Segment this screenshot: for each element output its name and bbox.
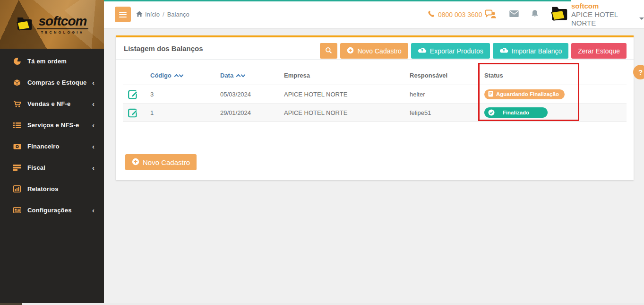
sidebar-item-ta-em-ordem[interactable]: Tá em ordem xyxy=(0,51,104,72)
logo-brand-text: softcom xyxy=(37,15,89,29)
import-balance-button[interactable]: Importar Balanço xyxy=(493,43,569,59)
softcom-folder-icon xyxy=(550,5,568,24)
cell-responsavel: felipe51 xyxy=(410,109,484,116)
table-body: 3 05/03/2024 APICE HOTEL NORTE helter Ag… xyxy=(123,85,627,122)
search-button[interactable] xyxy=(320,43,337,59)
bell-icon xyxy=(531,9,539,19)
chevron-left-icon: ‹ xyxy=(92,207,94,214)
chat-support-button[interactable] xyxy=(485,0,497,29)
home-icon xyxy=(136,11,143,18)
sidebar-item-configuracoes[interactable]: Configurações ‹ xyxy=(0,200,104,221)
sort-desc-icon[interactable] xyxy=(241,72,246,77)
bar-chart-icon xyxy=(13,185,21,193)
chat-user-icon xyxy=(485,9,497,20)
breadcrumb-separator: / xyxy=(163,11,164,18)
table-header-row: Código Data Empresa Responsável Status xyxy=(123,60,627,85)
id-card-icon xyxy=(13,206,21,215)
column-header-codigo[interactable]: Código xyxy=(150,72,220,79)
edit-row-button[interactable] xyxy=(128,106,140,119)
caret-down-icon xyxy=(639,17,644,20)
company-name: APICE HOTEL NORTE xyxy=(571,10,636,27)
balance-table: Código Data Empresa Responsável Status xyxy=(116,60,634,122)
search-icon xyxy=(325,47,332,55)
breadcrumb-current: Balanço xyxy=(167,11,189,18)
cloud-upload-icon xyxy=(418,47,427,55)
balance-list-panel: Listagem dos Balanços Novo Cadastro Expo… xyxy=(116,35,634,180)
sidebar: softcom TECNOLOGIA Tá em ordem Compras e… xyxy=(0,0,104,305)
sidebar-item-label: Serviços e NFS-e xyxy=(27,122,79,129)
sidebar-item-label: Financeiro xyxy=(27,143,60,150)
chevron-left-icon: ‹ xyxy=(92,100,94,107)
messages-button[interactable] xyxy=(509,0,519,29)
status-label: Aguardando Finalização xyxy=(496,91,559,97)
sort-asc-icon[interactable] xyxy=(174,74,179,78)
chevron-left-icon: ‹ xyxy=(92,164,94,171)
phone-icon xyxy=(428,10,435,18)
help-button[interactable]: ? xyxy=(633,65,644,79)
support-phone-number: 0800 003 3600 xyxy=(438,11,482,18)
sidebar-item-label: Relatórios xyxy=(27,185,59,192)
column-label: Data xyxy=(220,72,233,79)
sidebar-item-label: Compras e Estoque xyxy=(27,79,87,86)
cell-codigo: 3 xyxy=(150,91,220,98)
panel-actions: Novo Cadastro Exportar Produtos Importar… xyxy=(320,43,627,59)
column-header-responsavel: Responsável xyxy=(410,72,484,79)
panel-header: Listagem dos Balanços Novo Cadastro Expo… xyxy=(116,37,634,60)
new-record-bottom-label: Novo Cadastro xyxy=(143,158,190,166)
brand-name: softcom xyxy=(571,2,644,10)
edit-row-button[interactable] xyxy=(128,88,140,100)
new-record-label: Novo Cadastro xyxy=(357,47,401,55)
new-record-bottom-button[interactable]: Novo Cadastro xyxy=(125,154,197,170)
clear-stock-button[interactable]: Zerar Estoque xyxy=(571,43,627,59)
lines-icon xyxy=(13,164,21,172)
sidebar-item-label: Fiscal xyxy=(27,164,45,171)
menu-toggle-button[interactable] xyxy=(115,7,131,22)
export-products-button[interactable]: Exportar Produtos xyxy=(411,43,490,59)
sort-asc-icon[interactable] xyxy=(236,74,241,78)
column-header-status: Status xyxy=(484,72,627,79)
notifications-button[interactable] xyxy=(531,0,539,29)
table-row: 3 05/03/2024 APICE HOTEL NORTE helter Ag… xyxy=(123,85,627,104)
sidebar-item-label: Configurações xyxy=(27,207,72,214)
chevron-left-icon: ‹ xyxy=(92,79,94,86)
panel-title: Listagem dos Balanços xyxy=(124,44,203,52)
status-badge-pending: Aguardando Finalização xyxy=(484,89,565,99)
account-menu[interactable]: softcom APICE HOTEL NORTE xyxy=(550,0,644,29)
file-edit-icon xyxy=(488,91,493,98)
breadcrumb-home-label: Início xyxy=(145,11,160,18)
new-record-button[interactable]: Novo Cadastro xyxy=(340,43,408,59)
column-header-data[interactable]: Data xyxy=(220,72,284,79)
horizontal-scrollbar[interactable] xyxy=(0,303,644,305)
sort-desc-icon[interactable] xyxy=(179,72,183,77)
breadcrumb-home-link[interactable]: Início xyxy=(136,11,160,18)
sidebar-item-fiscal[interactable]: Fiscal ‹ xyxy=(0,157,104,178)
sidebar-item-servicos-e-nfse[interactable]: Serviços e NFS-e ‹ xyxy=(0,114,104,136)
cell-empresa: APICE HOTEL NORTE xyxy=(284,109,410,116)
sidebar-nav: Tá em ordem Compras e Estoque ‹ Vendas e… xyxy=(0,49,104,221)
column-header-empresa: Empresa xyxy=(284,72,410,79)
cell-responsavel: helter xyxy=(410,91,484,98)
export-products-label: Exportar Produtos xyxy=(430,47,483,55)
cell-empresa: APICE HOTEL NORTE xyxy=(284,91,410,98)
money-icon xyxy=(13,142,21,151)
table-row: 1 29/01/2024 APICE HOTEL NORTE felipe51 … xyxy=(123,104,627,122)
status-badge-done: Finalizado xyxy=(484,107,548,118)
horizontal-scrollbar-thumb[interactable] xyxy=(0,303,22,305)
help-question-mark: ? xyxy=(638,68,643,76)
clear-stock-label: Zerar Estoque xyxy=(578,47,620,55)
sidebar-item-financeiro[interactable]: Financeiro ‹ xyxy=(0,136,104,157)
column-label: Código xyxy=(150,72,172,79)
sidebar-logo[interactable]: softcom TECNOLOGIA xyxy=(0,0,104,49)
sidebar-item-compras-e-estoque[interactable]: Compras e Estoque ‹ xyxy=(0,72,104,93)
sidebar-item-vendas-e-nfe[interactable]: Vendas e NF-e ‹ xyxy=(0,93,104,114)
cell-codigo: 1 xyxy=(150,109,220,116)
check-circle-icon xyxy=(488,109,495,117)
sidebar-item-label: Tá em ordem xyxy=(27,58,67,65)
sidebar-item-relatorios[interactable]: Relatórios xyxy=(0,178,104,200)
logo-sub-text: TECNOLOGIA xyxy=(41,31,85,34)
support-phone-link[interactable]: 0800 003 3600 xyxy=(428,0,482,29)
pie-clock-icon xyxy=(13,57,21,66)
cart-icon xyxy=(13,100,21,108)
plus-circle-icon xyxy=(347,47,354,55)
plus-circle-icon xyxy=(132,158,139,167)
